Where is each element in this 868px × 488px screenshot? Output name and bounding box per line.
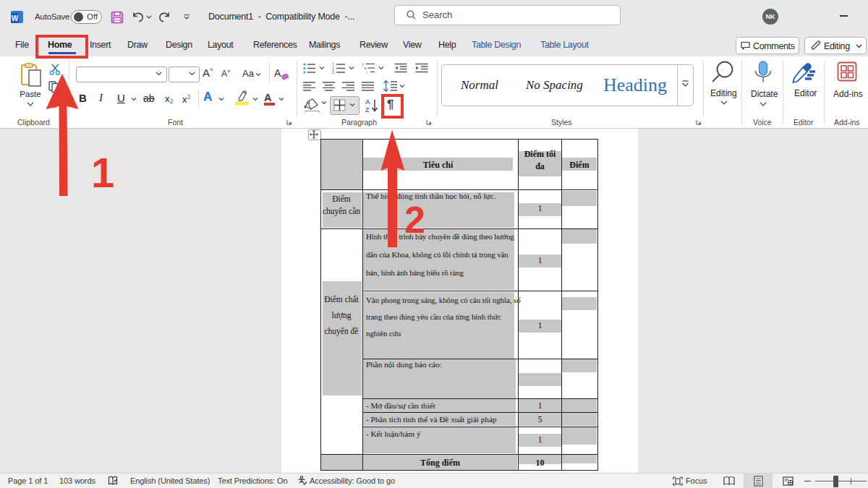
svg-text:3: 3 [332, 70, 334, 74]
svg-text:Z: Z [365, 106, 370, 114]
svg-text:A: A [365, 98, 370, 106]
svg-text:W: W [12, 14, 19, 22]
svg-text:i: i [367, 70, 367, 74]
